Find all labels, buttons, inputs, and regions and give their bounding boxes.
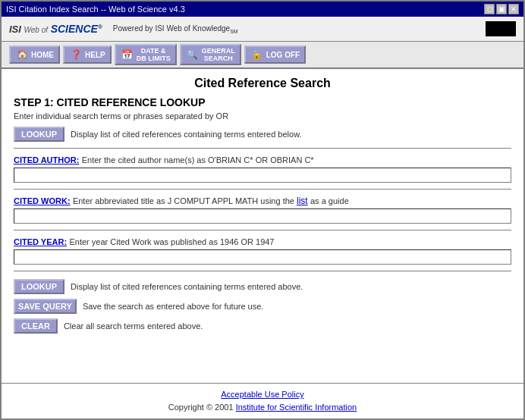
powered-by-text: Powered by ISI Web of KnowledgeSM bbox=[113, 24, 238, 34]
cited-work-list-link[interactable]: list bbox=[297, 196, 308, 206]
logo-web: Web of bbox=[24, 26, 49, 34]
bottom-buttons: LOOKUP Display list of cited references … bbox=[14, 279, 511, 334]
lookup-button-bottom[interactable]: LOOKUP bbox=[14, 279, 64, 294]
cited-work-input[interactable] bbox=[14, 208, 511, 224]
cited-author-label[interactable]: CITED AUTHOR: bbox=[14, 155, 79, 165]
cited-year-desc: Enter year Cited Work was published as 1… bbox=[69, 237, 274, 246]
lookup-row-top: LOOKUP Display list of cited references … bbox=[14, 127, 511, 142]
lookup-desc-top: Display list of cited references contain… bbox=[71, 130, 302, 139]
cited-year-input[interactable] bbox=[14, 249, 511, 265]
logout-icon: 🔓 bbox=[250, 49, 264, 61]
cited-author-input[interactable] bbox=[14, 168, 511, 183]
copyright-label: Copyright © 2001 bbox=[168, 403, 234, 412]
nav-general-label: GENERALSEARCH bbox=[202, 47, 235, 62]
nav-logout-label: LOG OFF bbox=[266, 51, 300, 59]
btn-row-save: SAVE QUERY Save the search as entered ab… bbox=[14, 299, 511, 314]
lookup-desc-bottom: Display list of cited references contain… bbox=[71, 282, 303, 291]
logo-reg: ® bbox=[98, 24, 102, 30]
cited-work-desc: Enter abbreviated title as J COMPUT APPL… bbox=[73, 196, 297, 205]
cited-work-section: CITED WORK: Enter abbreviated title as J… bbox=[14, 196, 511, 224]
divider-2 bbox=[14, 189, 511, 190]
footer: Acceptable Use Policy Copyright © 2001 I… bbox=[2, 383, 523, 418]
nav-date-button[interactable]: 📅 DATE &DB LIMITS bbox=[115, 44, 177, 65]
divider-4 bbox=[14, 271, 511, 271]
save-desc: Save the search as entered above for fut… bbox=[83, 302, 263, 311]
nav-general-button[interactable]: 🔍 GENERALSEARCH bbox=[180, 44, 241, 65]
cited-year-section: CITED YEAR: Enter year Cited Work was pu… bbox=[14, 237, 511, 265]
restore-button[interactable]: ◻ bbox=[484, 4, 495, 14]
cited-year-label[interactable]: CITED YEAR: bbox=[14, 237, 67, 246]
home-icon: 🏠 bbox=[15, 49, 29, 61]
cited-work-label[interactable]: CITED WORK: bbox=[14, 196, 71, 205]
content-area: ISI Web of SCIENCE® Powered by ISI Web o… bbox=[2, 17, 523, 418]
main-window: ISI Citation Index Search -- Web of Scie… bbox=[0, 0, 525, 420]
general-icon: 🔍 bbox=[186, 49, 200, 61]
nav-home-label: HOME bbox=[31, 51, 54, 59]
nav-help-label: HELP bbox=[85, 51, 105, 59]
nav-bar: 🏠 HOME ❓ HELP 📅 DATE &DB LIMITS 🔍 GENERA… bbox=[2, 42, 523, 69]
window-title: ISI Citation Index Search -- Web of Scie… bbox=[6, 5, 185, 14]
page-title: Cited Reference Search bbox=[14, 77, 511, 90]
nav-date-label: DATE &DB LIMITS bbox=[137, 47, 171, 62]
step-title: STEP 1: CITED REFERENCE LOOKUP bbox=[14, 96, 511, 108]
sm-text: SM bbox=[230, 29, 238, 34]
divider-3 bbox=[14, 230, 511, 230]
nav-logout-button[interactable]: 🔓 LOG OFF bbox=[244, 45, 306, 64]
maximize-button[interactable]: ▣ bbox=[496, 4, 507, 14]
step-desc: Enter individual search terms or phrases… bbox=[14, 111, 511, 121]
date-icon: 📅 bbox=[121, 49, 134, 61]
cited-work-desc2: as a guide bbox=[310, 196, 349, 205]
copyright-link[interactable]: Institute for Scientific Information bbox=[236, 403, 357, 412]
nav-home-button[interactable]: 🏠 HOME bbox=[9, 45, 60, 64]
logo-isi: ISI Web of SCIENCE® bbox=[9, 23, 102, 35]
logo-area: ISI Web of SCIENCE® Powered by ISI Web o… bbox=[9, 23, 238, 35]
header-black-box bbox=[486, 21, 516, 36]
powered-by-label: Powered by ISI Web of Knowledge bbox=[113, 24, 230, 33]
clear-desc: Clear all search terms entered above. bbox=[64, 321, 203, 331]
title-bar-buttons: ◻ ▣ ✕ bbox=[484, 4, 519, 14]
help-icon: ❓ bbox=[69, 49, 83, 61]
copyright-text: Copyright © 2001 Institute for Scientifi… bbox=[168, 403, 357, 412]
btn-row-clear: CLEAR Clear all search terms entered abo… bbox=[14, 318, 511, 334]
close-button[interactable]: ✕ bbox=[508, 4, 519, 14]
lookup-button-top[interactable]: LOOKUP bbox=[14, 127, 64, 142]
cited-author-desc: Enter the cited author name(s) as O'BRIA… bbox=[82, 155, 314, 165]
nav-help-button[interactable]: ❓ HELP bbox=[63, 45, 112, 64]
clear-button[interactable]: CLEAR bbox=[14, 318, 58, 334]
header: ISI Web of SCIENCE® Powered by ISI Web o… bbox=[2, 17, 523, 42]
save-query-button[interactable]: SAVE QUERY bbox=[14, 299, 77, 314]
acceptable-use-link[interactable]: Acceptable Use Policy bbox=[8, 390, 517, 399]
title-bar: ISI Citation Index Search -- Web of Scie… bbox=[2, 2, 523, 17]
logo-science: SCIENCE bbox=[51, 23, 98, 35]
cited-author-section: CITED AUTHOR: Enter the cited author nam… bbox=[14, 155, 511, 183]
btn-row-lookup: LOOKUP Display list of cited references … bbox=[14, 279, 511, 294]
main-content: Cited Reference Search STEP 1: CITED REF… bbox=[2, 69, 523, 383]
divider-1 bbox=[14, 148, 511, 149]
